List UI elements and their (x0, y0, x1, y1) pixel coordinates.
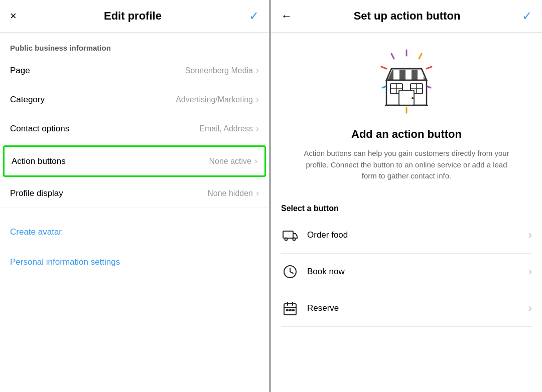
action-description: Action buttons can help you gain custome… (301, 148, 512, 182)
svg-point-27 (285, 238, 288, 240)
chevron-icon: › (528, 229, 532, 242)
action-title: Add an action button (351, 128, 462, 141)
menu-item-contact[interactable]: Contact options Email, Address › (0, 114, 269, 143)
svg-line-2 (427, 67, 432, 69)
svg-rect-38 (292, 309, 295, 311)
menu-item-page-label: Page (10, 66, 30, 76)
button-reserve-left: Reserve (281, 299, 339, 317)
right-panel-content: Add an action button Action buttons can … (271, 33, 542, 327)
menu-item-profile-label: Profile display (10, 188, 63, 199)
left-header-title: Edit profile (104, 10, 162, 23)
menu-item-action-right: None active › (209, 156, 258, 166)
menu-item-contact-right: Email, Address › (199, 123, 259, 134)
button-book-now-left: Book now (281, 263, 345, 281)
personal-info-link[interactable]: Personal information settings (0, 248, 269, 276)
menu-item-profile-right: None hidden › (207, 188, 259, 199)
svg-rect-12 (399, 70, 405, 80)
menu-item-page-right: Sonnenberg Media › (185, 65, 259, 76)
chevron-icon: › (254, 156, 257, 166)
menu-item-contact-value: Email, Address (199, 124, 253, 133)
button-book-now[interactable]: Book now › (281, 254, 532, 290)
select-label: Select a button (281, 204, 532, 217)
svg-rect-13 (412, 70, 418, 80)
chevron-icon: › (528, 265, 532, 278)
button-order-food-left: Order food (281, 226, 348, 244)
menu-item-category-label: Category (10, 95, 45, 105)
menu-item-category-value: Advertising/Marketing (176, 95, 253, 104)
button-order-food[interactable]: Order food › (281, 217, 532, 254)
close-icon[interactable]: × (10, 10, 17, 23)
svg-rect-37 (289, 309, 292, 311)
button-order-food-label: Order food (307, 230, 348, 240)
back-icon[interactable]: ← (281, 10, 292, 23)
left-header: × Edit profile ✓ (0, 0, 269, 33)
menu-item-profile-display[interactable]: Profile display None hidden › (0, 179, 269, 208)
store-illustration (371, 48, 442, 118)
action-content: Add an action button Action buttons can … (281, 33, 532, 204)
right-header: ← Set up action button ✓ (271, 0, 542, 33)
left-panel: × Edit profile ✓ Public business informa… (0, 0, 271, 392)
svg-line-6 (381, 67, 386, 69)
menu-item-page-value: Sonnenberg Media (185, 66, 253, 75)
right-panel: ← Set up action button ✓ (271, 0, 542, 392)
chevron-icon: › (528, 302, 532, 315)
menu-item-action-buttons[interactable]: Action buttons None active › (3, 145, 266, 177)
right-header-title: Set up action button (354, 10, 461, 23)
svg-line-7 (391, 54, 394, 59)
chevron-icon: › (256, 188, 259, 199)
menu-item-action-value: None active (209, 157, 252, 166)
calendar-icon (281, 299, 299, 317)
clock-icon (281, 263, 299, 281)
section-label: Public business information (0, 33, 269, 56)
button-list: Order food › Book now › (281, 217, 532, 327)
svg-rect-36 (286, 309, 289, 311)
menu-item-profile-value: None hidden (207, 189, 253, 198)
right-check-icon[interactable]: ✓ (522, 9, 532, 23)
svg-point-24 (412, 97, 414, 99)
chevron-icon: › (256, 123, 259, 134)
svg-rect-26 (283, 231, 293, 238)
menu-item-category-right: Advertising/Marketing › (176, 94, 259, 105)
chevron-icon: › (256, 94, 259, 105)
menu-item-contact-label: Contact options (10, 124, 69, 134)
create-avatar-link[interactable]: Create avatar (0, 218, 269, 246)
menu-item-category[interactable]: Category Advertising/Marketing › (0, 85, 269, 114)
svg-point-28 (293, 238, 296, 240)
svg-line-1 (419, 54, 422, 59)
button-book-now-label: Book now (307, 267, 345, 277)
left-check-icon[interactable]: ✓ (249, 9, 259, 23)
chevron-icon: › (256, 65, 259, 76)
button-reserve[interactable]: Reserve › (281, 290, 532, 327)
truck-icon (281, 226, 299, 244)
button-reserve-label: Reserve (307, 303, 339, 313)
menu-item-action-label: Action buttons (12, 156, 66, 166)
menu-item-page[interactable]: Page Sonnenberg Media › (0, 56, 269, 85)
